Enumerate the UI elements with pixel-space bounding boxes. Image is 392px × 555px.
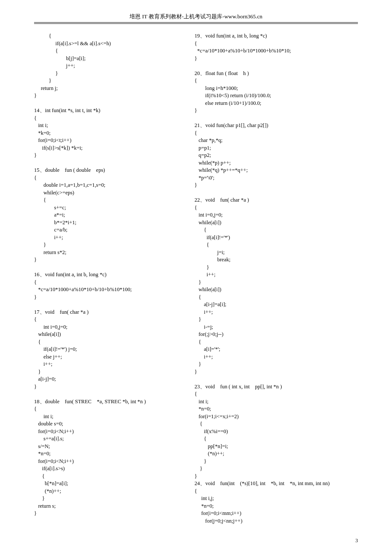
left-column: { if(a[i].s>=l && a[i].s<=h) { b[j]=a[i]… bbox=[34, 32, 183, 525]
page-number: 3 bbox=[355, 538, 358, 544]
page-header: 培恩 IT 教育系列教材-上机考试习题库-www.born365.cn bbox=[34, 13, 358, 22]
header-rule bbox=[34, 22, 358, 24]
content-columns: { if(a[i].s>=l && a[i].s<=h) { b[j]=a[i]… bbox=[34, 32, 358, 525]
right-column: 19、void fun(int a, int b, long *c) { *c=… bbox=[195, 32, 358, 525]
page-container: 培恩 IT 教育系列教材-上机考试习题库-www.born365.cn { if… bbox=[0, 0, 392, 555]
